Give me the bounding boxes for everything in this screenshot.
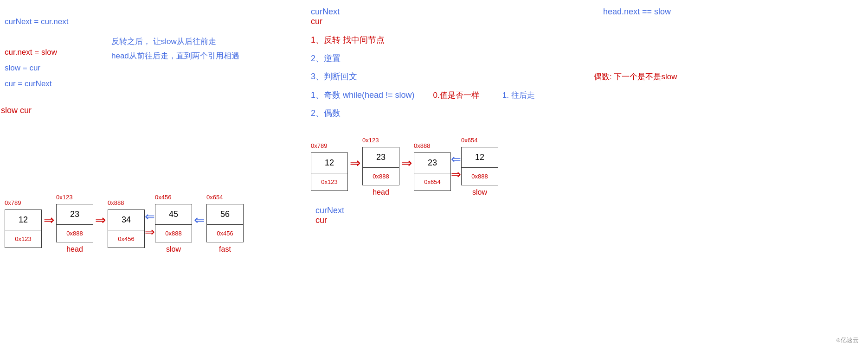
- step-row-2: 2、逆置: [311, 50, 859, 68]
- r-node-3-ptr: 0x654: [414, 173, 451, 191]
- r-node-2-value: 23: [362, 147, 399, 168]
- step-even-label: 偶数: 下一个是不是slow: [594, 68, 677, 85]
- arrow-4: ⇐: [192, 221, 206, 228]
- node-4-label: slow: [155, 245, 192, 254]
- node-1-value: 12: [5, 209, 42, 230]
- step-row-4: 1、奇数 while(head != slow) 0.值是否一样 1. 往后走: [311, 86, 859, 105]
- node-4-ptr: 0x888: [155, 225, 192, 242]
- top-curNext-label: curNext: [311, 7, 340, 17]
- r-node-3-addr: 0x888: [414, 142, 430, 149]
- r-node-1-value: 12: [311, 152, 348, 173]
- node-5-label: fast: [206, 245, 244, 254]
- node-3-addr: 0x888: [108, 199, 124, 206]
- arrow-2: ⇒: [93, 221, 108, 228]
- r-node-4-label: slow: [461, 188, 498, 197]
- step-2-text: 2、逆置: [311, 50, 341, 68]
- step-row-3: 3、判断回文 偶数: 下一个是不是slow: [311, 68, 859, 86]
- list-diagram-1: 0x789 12 0x123 ⇒ 0x123 23 0x888 head: [5, 194, 292, 254]
- node-3-value: 34: [108, 209, 145, 230]
- r-node-2: 0x123 23 0x888 head: [362, 147, 399, 197]
- step-row-5: 2、偶数: [311, 104, 859, 123]
- right-steps: 1、反转 找中间节点 2、逆置 3、判断回文 偶数: 下一个是不是slow 1、…: [311, 31, 859, 123]
- slow-cur-label: slow cur: [1, 106, 32, 115]
- node-2-value: 23: [56, 204, 93, 225]
- arrow-1: ⇒: [42, 221, 56, 228]
- top-cur-label: cur: [311, 17, 322, 26]
- node-3-ptr: 0x456: [108, 230, 145, 248]
- page-container: curNext = cur.next cur.next = slow slow …: [0, 0, 868, 349]
- code-line-4: cur = curNext: [5, 76, 292, 92]
- node-1-ptr: 0x123: [5, 230, 42, 248]
- node-2-label: head: [56, 245, 93, 254]
- middle-explanation: 反转之后， 让slow从后往前走 head从前往后走，直到两个引用相遇: [111, 35, 239, 63]
- r-node-4-addr: 0x654: [461, 137, 477, 144]
- top-headnext-label: head.next == slow: [603, 7, 671, 16]
- node-1: 0x789 12 0x123: [5, 209, 42, 248]
- bottom-cur-label: cur: [315, 216, 327, 225]
- step-4b-text: 0.值是否一样: [433, 87, 479, 104]
- r-node-4: 0x654 12 0x888 slow: [461, 147, 498, 197]
- r-node-2-label: head: [362, 188, 399, 197]
- watermark: ⊕亿速云: [836, 336, 859, 344]
- node-5: 0x654 56 0x456 fast: [206, 204, 244, 254]
- r-node-1: 0x789 12 0x123: [311, 152, 348, 191]
- step-4c-text: 1. 往后走: [502, 87, 535, 104]
- r-arrow-1: ⇒: [348, 164, 362, 171]
- node-4-addr: 0x456: [155, 194, 171, 201]
- node-5-value: 56: [206, 204, 244, 225]
- middle-text-line1: 反转之后， 让slow从后往前走: [111, 35, 239, 49]
- step-row-1: 1、反转 找中间节点: [311, 31, 859, 50]
- right-panel: curNext cur head.next == slow 1、反转 找中间节点…: [302, 0, 868, 349]
- middle-text-line2: head从前往后走，直到两个引用相遇: [111, 49, 239, 63]
- node-2-ptr: 0x888: [56, 225, 93, 242]
- node-4-value: 45: [155, 204, 192, 225]
- step-4-text: 1、奇数 while(head != slow): [311, 86, 415, 105]
- top-labels: curNext cur head.next == slow: [311, 7, 859, 26]
- node-3: 0x888 34 0x456: [108, 209, 145, 248]
- node-5-ptr: 0x456: [206, 225, 244, 242]
- linked-list-1: 0x789 12 0x123 ⇒ 0x123 23 0x888 head: [5, 194, 292, 254]
- r-node-2-addr: 0x123: [362, 137, 379, 144]
- step-3-text: 3、判断回文: [311, 68, 357, 86]
- r-arrow-2: ⇒: [399, 164, 414, 171]
- node-5-addr: 0x654: [206, 194, 223, 201]
- linked-list-2: 0x789 12 0x123 ⇒ 0x123 23 0x888 head: [311, 137, 859, 197]
- r-node-1-ptr: 0x123: [311, 173, 348, 191]
- code-line-1: curNext = cur.next: [5, 14, 292, 30]
- node-2: 0x123 23 0x888 head: [56, 204, 93, 254]
- r-node-1-addr: 0x789: [311, 142, 327, 149]
- r-node-4-ptr: 0x888: [461, 168, 498, 185]
- r-node-3: 0x888 23 0x654: [414, 152, 451, 191]
- bottom-labels: curNext cur: [315, 206, 859, 225]
- bottom-curNext-label: curNext: [315, 206, 344, 216]
- node-2-addr: 0x123: [56, 194, 72, 201]
- left-panel: curNext = cur.next cur.next = slow slow …: [0, 0, 302, 349]
- node-1-addr: 0x789: [5, 199, 21, 206]
- r-node-4-value: 12: [461, 147, 498, 168]
- r-node-3-value: 23: [414, 152, 451, 173]
- node-4: 0x456 45 0x888 slow: [155, 204, 192, 254]
- r-node-2-ptr: 0x888: [362, 168, 399, 185]
- list-diagram-2: 0x789 12 0x123 ⇒ 0x123 23 0x888 head: [311, 137, 859, 197]
- step-1-text: 1、反转 找中间节点: [311, 31, 385, 50]
- step-5-text: 2、偶数: [311, 104, 341, 123]
